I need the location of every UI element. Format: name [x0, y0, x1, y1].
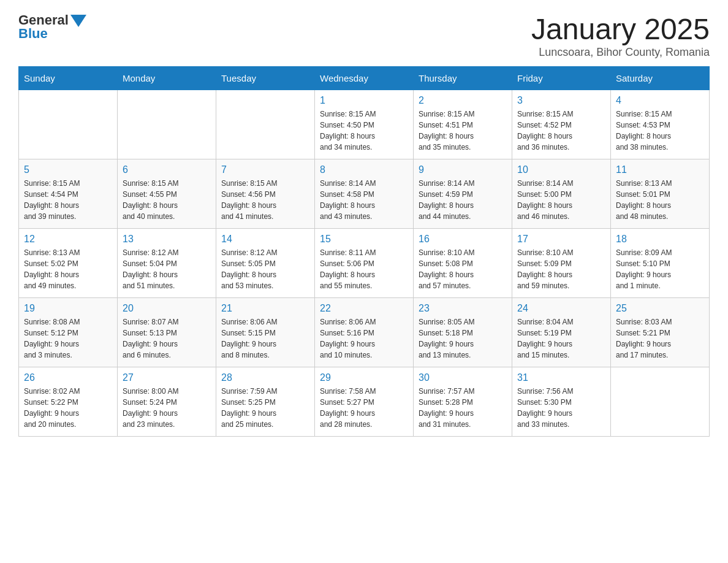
logo-triangle-icon: [70, 15, 86, 27]
day-number: 24: [517, 303, 605, 314]
day-cell: [611, 367, 710, 437]
day-cell: 6Sunrise: 8:15 AM Sunset: 4:55 PM Daylig…: [118, 159, 216, 229]
day-number: 3: [517, 95, 605, 106]
day-cell: 24Sunrise: 8:04 AM Sunset: 5:19 PM Dayli…: [512, 298, 611, 367]
day-header-monday: Monday: [118, 67, 216, 90]
day-cell: 27Sunrise: 8:00 AM Sunset: 5:24 PM Dayli…: [118, 367, 216, 437]
day-info: Sunrise: 8:15 AM Sunset: 4:53 PM Dayligh…: [616, 109, 704, 153]
week-row-5: 26Sunrise: 8:02 AM Sunset: 5:22 PM Dayli…: [19, 367, 710, 437]
day-number: 15: [320, 234, 408, 245]
day-cell: 14Sunrise: 8:12 AM Sunset: 5:05 PM Dayli…: [216, 229, 315, 298]
day-info: Sunrise: 8:09 AM Sunset: 5:10 PM Dayligh…: [616, 247, 704, 291]
day-cell: 3Sunrise: 8:15 AM Sunset: 4:52 PM Daylig…: [512, 90, 611, 159]
day-info: Sunrise: 8:13 AM Sunset: 5:01 PM Dayligh…: [616, 178, 704, 222]
day-header-friday: Friday: [512, 67, 611, 90]
day-number: 17: [517, 234, 605, 245]
day-info: Sunrise: 8:15 AM Sunset: 4:52 PM Dayligh…: [517, 109, 605, 153]
day-info: Sunrise: 8:15 AM Sunset: 4:54 PM Dayligh…: [24, 178, 112, 222]
day-cell: 7Sunrise: 8:15 AM Sunset: 4:56 PM Daylig…: [216, 159, 315, 229]
week-row-4: 19Sunrise: 8:08 AM Sunset: 5:12 PM Dayli…: [19, 298, 710, 367]
day-number: 18: [616, 234, 704, 245]
day-number: 21: [221, 303, 309, 314]
day-cell: 8Sunrise: 8:14 AM Sunset: 4:58 PM Daylig…: [315, 159, 414, 229]
day-info: Sunrise: 8:14 AM Sunset: 4:59 PM Dayligh…: [419, 178, 507, 222]
day-info: Sunrise: 8:08 AM Sunset: 5:12 PM Dayligh…: [24, 316, 112, 361]
day-number: 5: [24, 164, 112, 175]
day-number: 2: [419, 95, 507, 106]
day-cell: 18Sunrise: 8:09 AM Sunset: 5:10 PM Dayli…: [611, 229, 710, 298]
day-number: 31: [517, 372, 605, 383]
day-number: 26: [24, 372, 112, 383]
svg-marker-2: [70, 15, 86, 27]
day-info: Sunrise: 7:57 AM Sunset: 5:28 PM Dayligh…: [419, 386, 507, 430]
day-header-sunday: Sunday: [19, 67, 118, 90]
day-cell: 26Sunrise: 8:02 AM Sunset: 5:22 PM Dayli…: [19, 367, 118, 437]
logo-container: General Blue: [18, 12, 86, 42]
day-number: 4: [616, 95, 704, 106]
day-header-wednesday: Wednesday: [315, 67, 414, 90]
day-info: Sunrise: 8:15 AM Sunset: 4:51 PM Dayligh…: [419, 109, 507, 153]
week-row-3: 12Sunrise: 8:13 AM Sunset: 5:02 PM Dayli…: [19, 229, 710, 298]
day-cell: 16Sunrise: 8:10 AM Sunset: 5:08 PM Dayli…: [414, 229, 512, 298]
calendar-table: SundayMondayTuesdayWednesdayThursdayFrid…: [18, 66, 710, 437]
day-info: Sunrise: 8:11 AM Sunset: 5:06 PM Dayligh…: [320, 247, 408, 291]
day-cell: [118, 90, 216, 159]
day-header-saturday: Saturday: [611, 67, 710, 90]
day-cell: 2Sunrise: 8:15 AM Sunset: 4:51 PM Daylig…: [414, 90, 512, 159]
day-number: 6: [123, 164, 211, 175]
day-info: Sunrise: 8:14 AM Sunset: 4:58 PM Dayligh…: [320, 178, 408, 222]
day-number: 22: [320, 303, 408, 314]
day-info: Sunrise: 8:10 AM Sunset: 5:09 PM Dayligh…: [517, 247, 605, 291]
day-info: Sunrise: 8:03 AM Sunset: 5:21 PM Dayligh…: [616, 316, 704, 361]
week-row-2: 5Sunrise: 8:15 AM Sunset: 4:54 PM Daylig…: [19, 159, 710, 229]
day-info: Sunrise: 7:58 AM Sunset: 5:27 PM Dayligh…: [320, 386, 408, 430]
day-cell: 13Sunrise: 8:12 AM Sunset: 5:04 PM Dayli…: [118, 229, 216, 298]
day-number: 14: [221, 234, 309, 245]
day-number: 29: [320, 372, 408, 383]
day-number: 11: [616, 164, 704, 175]
day-info: Sunrise: 8:13 AM Sunset: 5:02 PM Dayligh…: [24, 247, 112, 291]
day-number: 16: [419, 234, 507, 245]
day-number: 9: [419, 164, 507, 175]
day-number: 20: [123, 303, 211, 314]
day-number: 23: [419, 303, 507, 314]
day-cell: 12Sunrise: 8:13 AM Sunset: 5:02 PM Dayli…: [19, 229, 118, 298]
day-number: 12: [24, 234, 112, 245]
calendar-title: January 2025: [531, 12, 710, 46]
day-number: 27: [123, 372, 211, 383]
day-cell: [19, 90, 118, 159]
day-number: 30: [419, 372, 507, 383]
day-number: 1: [320, 95, 408, 106]
day-number: 25: [616, 303, 704, 314]
day-number: 10: [517, 164, 605, 175]
day-cell: 19Sunrise: 8:08 AM Sunset: 5:12 PM Dayli…: [19, 298, 118, 367]
week-row-1: 1Sunrise: 8:15 AM Sunset: 4:50 PM Daylig…: [19, 90, 710, 159]
day-info: Sunrise: 8:00 AM Sunset: 5:24 PM Dayligh…: [123, 386, 211, 430]
day-info: Sunrise: 8:12 AM Sunset: 5:05 PM Dayligh…: [221, 247, 309, 291]
right-header: January 2025 Luncsoara, Bihor County, Ro…: [531, 12, 710, 59]
day-info: Sunrise: 8:15 AM Sunset: 4:55 PM Dayligh…: [123, 178, 211, 222]
day-cell: 29Sunrise: 7:58 AM Sunset: 5:27 PM Dayli…: [315, 367, 414, 437]
day-cell: 30Sunrise: 7:57 AM Sunset: 5:28 PM Dayli…: [414, 367, 512, 437]
day-cell: 10Sunrise: 8:14 AM Sunset: 5:00 PM Dayli…: [512, 159, 611, 229]
day-info: Sunrise: 8:15 AM Sunset: 4:50 PM Dayligh…: [320, 109, 408, 153]
day-cell: 22Sunrise: 8:06 AM Sunset: 5:16 PM Dayli…: [315, 298, 414, 367]
day-cell: 25Sunrise: 8:03 AM Sunset: 5:21 PM Dayli…: [611, 298, 710, 367]
day-cell: 15Sunrise: 8:11 AM Sunset: 5:06 PM Dayli…: [315, 229, 414, 298]
day-header-thursday: Thursday: [414, 67, 512, 90]
day-cell: 31Sunrise: 7:56 AM Sunset: 5:30 PM Dayli…: [512, 367, 611, 437]
day-info: Sunrise: 8:07 AM Sunset: 5:13 PM Dayligh…: [123, 316, 211, 361]
day-number: 7: [221, 164, 309, 175]
day-info: Sunrise: 8:04 AM Sunset: 5:19 PM Dayligh…: [517, 316, 605, 361]
day-info: Sunrise: 8:05 AM Sunset: 5:18 PM Dayligh…: [419, 316, 507, 361]
day-info: Sunrise: 8:15 AM Sunset: 4:56 PM Dayligh…: [221, 178, 309, 222]
day-info: Sunrise: 8:10 AM Sunset: 5:08 PM Dayligh…: [419, 247, 507, 291]
day-cell: 11Sunrise: 8:13 AM Sunset: 5:01 PM Dayli…: [611, 159, 710, 229]
day-info: Sunrise: 7:56 AM Sunset: 5:30 PM Dayligh…: [517, 386, 605, 430]
day-cell: 20Sunrise: 8:07 AM Sunset: 5:13 PM Dayli…: [118, 298, 216, 367]
day-cell: 9Sunrise: 8:14 AM Sunset: 4:59 PM Daylig…: [414, 159, 512, 229]
day-cell: 21Sunrise: 8:06 AM Sunset: 5:15 PM Dayli…: [216, 298, 315, 367]
day-info: Sunrise: 8:12 AM Sunset: 5:04 PM Dayligh…: [123, 247, 211, 291]
day-cell: 5Sunrise: 8:15 AM Sunset: 4:54 PM Daylig…: [19, 159, 118, 229]
day-cell: 4Sunrise: 8:15 AM Sunset: 4:53 PM Daylig…: [611, 90, 710, 159]
